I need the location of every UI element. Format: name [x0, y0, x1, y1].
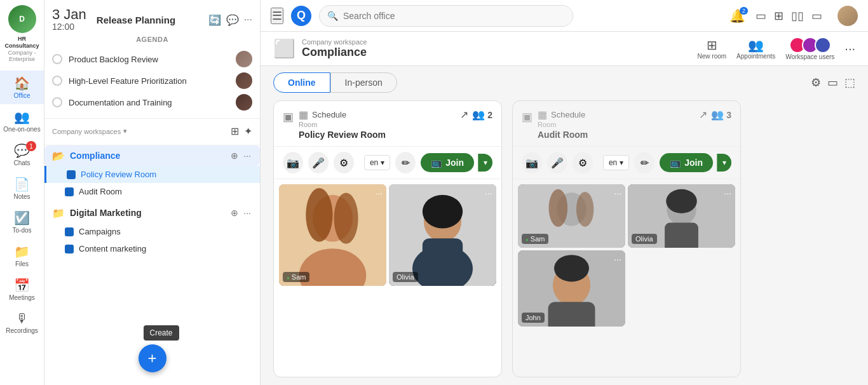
- join-dropdown-1[interactable]: ▾: [478, 154, 492, 172]
- files-icon: 📁: [14, 244, 30, 259]
- hamburger-button[interactable]: ☰: [271, 8, 283, 24]
- top-bar-right: 🔔 2 ▭ ⊞ ▯▯ ▭: [729, 6, 858, 26]
- room-card-icon-1: ▣: [283, 110, 294, 124]
- join-button-1[interactable]: 📺 Join: [421, 153, 474, 172]
- svg-rect-16: [665, 223, 698, 248]
- join-dropdown-2[interactable]: ▾: [717, 154, 731, 172]
- sidebar-item-recordings[interactable]: 🎙 Recordings: [0, 306, 44, 339]
- settings-button-1[interactable]: ⚙: [334, 152, 354, 173]
- new-room-icon: ⊞: [707, 37, 717, 53]
- edit-button-2[interactable]: ✏: [634, 152, 654, 173]
- participant-count-1: 👥 2: [472, 109, 492, 121]
- room-color-indicator: [67, 170, 76, 179]
- meeting-name: Release Planning: [97, 15, 203, 25]
- sidebar-item-notes[interactable]: 📄 Notes: [0, 172, 44, 205]
- ai-workspace-button[interactable]: ✦: [244, 125, 252, 137]
- video-more-sam-2[interactable]: ···: [614, 188, 621, 198]
- appointments-button[interactable]: 👥 Appointments: [736, 37, 775, 60]
- room-item-policy-review[interactable]: Policy Review Room: [44, 166, 260, 183]
- single-column-icon[interactable]: ▭: [753, 6, 769, 25]
- search-input[interactable]: [343, 11, 565, 21]
- search-icon: 🔍: [327, 11, 338, 21]
- add-workspace-button[interactable]: ⊞: [231, 125, 239, 137]
- sidebar-item-files[interactable]: 📁 Files: [0, 239, 44, 273]
- digital-marketing-group-header[interactable]: 📁 Digital Marketing ⊕ ···: [44, 203, 260, 223]
- meeting-card: 3 Jan 12:00 Release Planning 🔄 💬 ··· AGE…: [44, 0, 260, 119]
- side-by-side-icon[interactable]: ▯▯: [789, 6, 806, 25]
- video-button-1[interactable]: 📷: [283, 152, 303, 173]
- room-item-campaigns[interactable]: Campaigns: [44, 223, 260, 240]
- avatar-1: [236, 51, 252, 67]
- video-cell-sam-2: Sam ···: [518, 184, 625, 248]
- sidebar-item-to-dos[interactable]: ☑️ To-dos: [0, 205, 44, 239]
- user-avatar[interactable]: [837, 6, 858, 26]
- video-cell-john: John ···: [518, 250, 625, 327]
- edit-button-1[interactable]: ✏: [395, 152, 416, 173]
- view-switcher: ▭ ⊞ ▯▯ ▭: [753, 6, 825, 25]
- avatar-3: [236, 94, 252, 111]
- tab-online[interactable]: Online: [273, 72, 330, 93]
- video-more-olivia-2[interactable]: ···: [724, 188, 731, 198]
- compliance-group-header[interactable]: 📂 Compliance ⊕ ···: [44, 145, 260, 166]
- join-button-2[interactable]: 📺 Join: [660, 153, 713, 172]
- room-color-content: [65, 245, 74, 253]
- new-room-button[interactable]: ⊞ New room: [698, 37, 727, 60]
- recordings-icon: 🎙: [16, 311, 29, 326]
- search-bar[interactable]: 🔍: [319, 5, 573, 27]
- person1-bg: [279, 184, 386, 286]
- room-controls-2: 📷 🎤 ⚙ en ▾ ✏ 📺 Join ▾: [513, 146, 740, 179]
- share-button-1[interactable]: ↗: [460, 109, 468, 121]
- more-workspace-button[interactable]: ···: [242, 149, 252, 162]
- workspace-users-button[interactable]: Workspace users: [785, 37, 834, 60]
- schedule-icon-1: ▦: [299, 109, 308, 121]
- svg-point-20: [554, 255, 589, 281]
- more-workspace-actions[interactable]: ···: [844, 41, 855, 56]
- share-button-2[interactable]: ↗: [699, 109, 707, 121]
- more-icon[interactable]: ···: [244, 14, 252, 25]
- settings-button-2[interactable]: ⚙: [573, 152, 593, 173]
- more-workspace-button-2[interactable]: ···: [242, 206, 252, 219]
- todos-icon: ☑️: [14, 210, 30, 226]
- sidebar-item-meetings[interactable]: 📅 Meetings: [0, 273, 44, 306]
- video-more-john[interactable]: ···: [614, 254, 621, 264]
- chat-icon[interactable]: 💬: [226, 14, 239, 26]
- video-button-2[interactable]: 📷: [522, 152, 542, 173]
- room-card-policy-review: ▣ ▦ Schedule Room Policy Review Room ↗ 👥…: [273, 100, 502, 377]
- settings-icon[interactable]: ⚙: [811, 76, 821, 90]
- meetings-icon: 📅: [14, 278, 30, 293]
- workspace-top-bar: ⬜ Company workspace Compliance ⊞ New roo…: [261, 32, 868, 66]
- workspaces-title[interactable]: Company workspaces ▾: [52, 127, 228, 135]
- join-icon-2: 📺: [670, 158, 681, 168]
- rooms-area: ▣ ▦ Schedule Room Policy Review Room ↗ 👥…: [261, 93, 868, 385]
- language-button-1[interactable]: en ▾: [364, 155, 390, 170]
- video-more-olivia-1[interactable]: ···: [485, 188, 492, 198]
- room-item-audit[interactable]: Audit Room: [44, 183, 260, 200]
- expand-icon[interactable]: ⬚: [844, 76, 855, 90]
- sidebar-item-one-on-ones[interactable]: 👥 One-on-ones: [0, 104, 44, 138]
- room-color-campaigns: [65, 227, 74, 236]
- compact-icon[interactable]: ▭: [809, 6, 825, 25]
- video-name-tag-olivia-2: Olivia: [632, 234, 657, 244]
- add-room-button[interactable]: ⊕: [229, 149, 240, 162]
- video-more-sam-1[interactable]: ···: [375, 188, 383, 198]
- grid-icon[interactable]: ⊞: [771, 6, 786, 25]
- room-color-indicator-audit: [65, 187, 74, 196]
- agenda-dot-3: [52, 97, 62, 107]
- add-room-button-2[interactable]: ⊕: [229, 206, 240, 219]
- language-button-2[interactable]: en ▾: [603, 155, 629, 170]
- layout-icon[interactable]: ▭: [827, 76, 838, 90]
- company-logo[interactable]: D: [8, 5, 36, 33]
- refresh-icon[interactable]: 🔄: [208, 14, 221, 26]
- svg-point-3: [306, 188, 332, 242]
- mic-button-1[interactable]: 🎤: [308, 152, 329, 173]
- middle-panel: 3 Jan 12:00 Release Planning 🔄 💬 ··· AGE…: [44, 0, 261, 385]
- sidebar-item-office[interactable]: 🏠 Office: [0, 71, 44, 104]
- workspace-group-digital-marketing: 📁 Digital Marketing ⊕ ··· Campaigns Cont…: [44, 203, 260, 257]
- chats-badge: 1: [26, 141, 36, 151]
- mic-button-2[interactable]: 🎤: [547, 152, 567, 173]
- sidebar-item-chats[interactable]: 1 💬 Chats: [0, 138, 44, 172]
- dropdown-arrow: ▾: [123, 127, 127, 135]
- room-item-content-marketing[interactable]: Content marketing: [44, 240, 260, 257]
- create-fab-button[interactable]: +: [139, 344, 166, 372]
- tab-in-person[interactable]: In-person: [330, 72, 397, 93]
